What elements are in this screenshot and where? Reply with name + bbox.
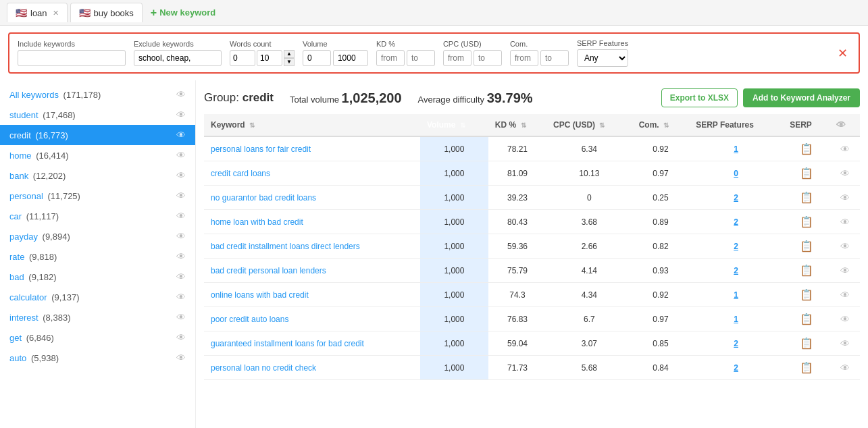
serp-icon[interactable]: 📋	[800, 338, 813, 349]
serp-icon[interactable]: 📋	[800, 265, 813, 276]
eye-icon[interactable]: 👁	[840, 217, 850, 228]
spinner-up[interactable]: ▲	[284, 50, 295, 58]
eye-icon[interactable]: 👁	[840, 338, 850, 349]
keyword-link[interactable]: bad credit installment loans direct lend…	[211, 242, 360, 251]
add-to-analyzer-button[interactable]: Add to Keyword Analyzer	[743, 88, 860, 107]
sidebar-item-personal[interactable]: personal (11,725) 👁	[0, 186, 195, 206]
new-keyword-button[interactable]: + New keyword	[145, 4, 221, 22]
eye-icon[interactable]: 👁	[840, 192, 850, 203]
keyword-link[interactable]: poor credit auto loans	[211, 315, 288, 324]
tab-loan[interactable]: 🇺🇸 loan ✕	[7, 3, 68, 22]
keyword-link[interactable]: guaranteed installment loans for bad cre…	[211, 339, 364, 348]
serp-link[interactable]: 1	[734, 315, 738, 324]
clear-filters-button[interactable]: ✕	[835, 46, 850, 61]
group-header: Group: credit Total volume 1,025,200 Ave…	[204, 80, 860, 114]
close-icon[interactable]: ✕	[53, 9, 59, 18]
eye-icon[interactable]: 👁	[840, 314, 850, 325]
serp-link[interactable]: 0	[734, 169, 738, 178]
serp-icon[interactable]: 📋	[800, 240, 813, 252]
volume-cell: 1,000	[420, 186, 488, 210]
cpc-cell: 6.7	[546, 307, 632, 331]
serp-icon[interactable]: 📋	[800, 362, 813, 373]
sidebar-item-student[interactable]: student (17,468) 👁	[0, 105, 195, 125]
serp-icon-cell: 📋	[783, 234, 829, 259]
eye-icon[interactable]: 👁	[840, 363, 850, 373]
sidebar-item-label: personal	[9, 191, 43, 201]
sidebar-item-count: (9,894)	[43, 232, 70, 242]
sidebar-item-bad[interactable]: bad (9,182) 👁	[0, 267, 195, 287]
sidebar-item-car[interactable]: car (11,117) 👁	[0, 206, 195, 226]
words-max-input[interactable]	[257, 50, 282, 66]
eye-icon: 👁	[176, 231, 186, 242]
sidebar-item-credit[interactable]: credit (16,773) 👁	[0, 125, 195, 145]
eye-icon[interactable]: 👁	[840, 241, 850, 252]
sidebar-item-count: (5,938)	[31, 353, 59, 363]
kd-to-input[interactable]	[407, 50, 435, 66]
cpc-to-input[interactable]	[474, 50, 502, 66]
volume-max-input[interactable]	[333, 50, 368, 66]
keyword-link[interactable]: personal loans for fair credit	[211, 144, 311, 154]
keyword-link[interactable]: personal loan no credit check	[211, 363, 316, 373]
sidebar-item-auto[interactable]: auto (5,938) 👁	[0, 348, 195, 368]
eye-icon[interactable]: 👁	[840, 168, 850, 179]
serp-link[interactable]: 2	[734, 217, 738, 227]
keyword-link[interactable]: bad credit personal loan lenders	[211, 266, 326, 275]
tab-buy-books[interactable]: 🇺🇸 buy books	[70, 3, 143, 22]
kd-cell: 76.83	[488, 307, 546, 331]
eye-cell: 👁	[829, 234, 860, 259]
col-volume[interactable]: Volume ⇅	[420, 114, 488, 136]
serp-icon[interactable]: 📋	[800, 192, 813, 203]
sidebar-item-payday[interactable]: payday (9,894) 👁	[0, 226, 195, 246]
spinner-down[interactable]: ▼	[284, 58, 295, 66]
serp-link[interactable]: 2	[734, 242, 738, 251]
sidebar-item-get[interactable]: get (6,846) 👁	[0, 327, 195, 348]
keyword-link[interactable]: home loan with bad credit	[211, 217, 303, 227]
serp-features-select[interactable]: Any	[577, 49, 628, 67]
serp-icon-cell: 📋	[783, 210, 829, 234]
keyword-link[interactable]: no guarantor bad credit loans	[211, 193, 316, 203]
keyword-link[interactable]: online loans with bad credit	[211, 290, 309, 300]
volume-min-input[interactable]	[303, 50, 331, 66]
tab-label: buy books	[94, 8, 134, 18]
com-to-input[interactable]	[540, 50, 569, 66]
keyword-cell: home loan with bad credit	[204, 210, 420, 234]
serp-icon[interactable]: 📋	[800, 313, 813, 325]
serp-icon[interactable]: 📋	[800, 216, 813, 228]
sidebar-item-rate[interactable]: rate (9,818) 👁	[0, 246, 195, 267]
export-button[interactable]: Export to XLSX	[661, 88, 738, 107]
serp-link[interactable]: 1	[734, 290, 738, 300]
plus-icon: +	[151, 7, 157, 19]
serp-link[interactable]: 2	[734, 339, 738, 348]
kd-from-input[interactable]	[376, 50, 405, 66]
keyword-cell: credit card loans	[204, 161, 420, 186]
sidebar-item-All-keywords[interactable]: All keywords (171,178) 👁	[0, 84, 195, 105]
serp-link[interactable]: 2	[734, 363, 738, 373]
volume-cell: 1,000	[420, 307, 488, 331]
sidebar-item-calculator[interactable]: calculator (9,137) 👁	[0, 287, 195, 307]
col-com[interactable]: Com. ⇅	[632, 114, 690, 136]
sidebar-item-interest[interactable]: interest (8,383) 👁	[0, 307, 195, 327]
serp-icon[interactable]: 📋	[800, 143, 813, 155]
eye-icon[interactable]: 👁	[840, 144, 850, 155]
serp-icon[interactable]: 📋	[800, 167, 813, 179]
serp-link[interactable]: 1	[734, 144, 738, 154]
eye-icon[interactable]: 👁	[840, 290, 850, 300]
cpc-from-input[interactable]	[443, 50, 471, 66]
sidebar-item-label: rate	[9, 252, 24, 262]
keyword-link[interactable]: credit card loans	[211, 169, 270, 178]
serp-icon[interactable]: 📋	[800, 289, 813, 300]
exclude-keywords-input[interactable]	[134, 50, 222, 66]
total-volume-value: 1,025,200	[342, 90, 402, 105]
col-kd[interactable]: KD % ⇅	[488, 114, 546, 136]
serp-link[interactable]: 2	[734, 193, 738, 203]
include-keywords-group: Include keywords	[18, 40, 126, 66]
com-from-input[interactable]	[510, 50, 538, 66]
words-min-input[interactable]	[230, 50, 255, 66]
sidebar-item-home[interactable]: home (16,414) 👁	[0, 145, 195, 165]
serp-link[interactable]: 2	[734, 266, 738, 275]
include-keywords-input[interactable]	[18, 50, 126, 66]
col-keyword[interactable]: Keyword ⇅	[204, 114, 420, 136]
col-cpc[interactable]: CPC (USD) ⇅	[546, 114, 632, 136]
sidebar-item-bank[interactable]: bank (12,202) 👁	[0, 165, 195, 186]
eye-icon[interactable]: 👁	[840, 265, 850, 276]
